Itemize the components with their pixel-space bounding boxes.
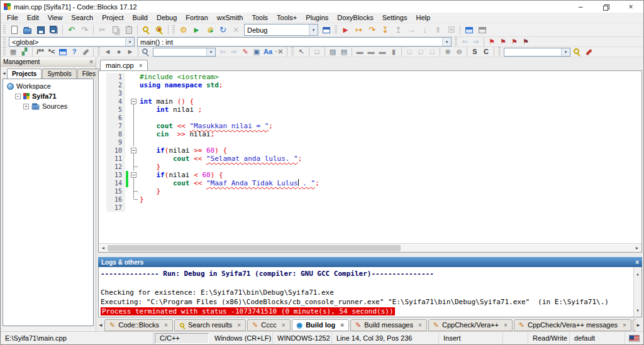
wx-panel-icon[interactable]: ▬	[377, 48, 387, 57]
fold-margin[interactable]	[130, 114, 138, 122]
incremental-search-icon[interactable]	[141, 48, 151, 57]
clear-bookmarks-icon[interactable]: ⚑	[521, 38, 531, 47]
toggle-bookmark-icon[interactable]: ⚑	[487, 38, 497, 47]
doxy-settings-icon[interactable]	[80, 48, 91, 57]
log-tabs-scroll-right-icon[interactable]: ►	[636, 322, 642, 328]
build-and-run-icon[interactable]	[204, 25, 216, 36]
fold-margin[interactable]: −	[130, 97, 138, 106]
breakpoint-margin[interactable]	[99, 89, 106, 97]
incsearch-prev-icon[interactable]: ⇦	[218, 48, 228, 57]
code-line[interactable]: 11 cout << "Selamat anda lulus. ";	[99, 155, 641, 163]
log-tab-cppcheck-vera[interactable]: ✎CppCheck/Vera++×	[428, 319, 513, 331]
code-line[interactable]: 15 }	[99, 187, 641, 195]
log-tab-build-messages[interactable]: ✎Build messages×	[350, 319, 427, 331]
abort-build-icon[interactable]: ✕	[230, 25, 242, 36]
code-line[interactable]: 3	[99, 89, 641, 97]
code-line[interactable]: 13− if(nilai < 60) {	[99, 171, 641, 179]
fold-margin[interactable]	[130, 81, 138, 89]
fold-margin[interactable]	[130, 195, 138, 204]
breakpoint-margin[interactable]	[99, 122, 106, 130]
log-tab-close-icon[interactable]: ×	[164, 322, 168, 329]
editor-horizontal-scrollbar[interactable]: ◄ ►	[99, 243, 641, 252]
restore-button[interactable]	[593, 1, 618, 13]
wx-border-icon[interactable]: □	[427, 48, 437, 57]
wx-frame-icon[interactable]: □	[312, 48, 322, 57]
doxy-block-comment-icon[interactable]: /**	[35, 48, 45, 57]
new-file-icon[interactable]	[8, 25, 20, 36]
step-into-instruction-icon[interactable]: ↓	[419, 25, 431, 36]
chevron-down-icon[interactable]: ▾	[125, 38, 134, 46]
next-bookmark-icon[interactable]: ⚑	[509, 38, 519, 47]
run-icon[interactable]: ►	[191, 25, 203, 36]
scroll-left-icon[interactable]: ◄	[99, 246, 108, 250]
menu-plugins[interactable]: Plugins	[301, 13, 333, 22]
management-close-icon[interactable]: ×	[89, 58, 93, 65]
log-tab-code-blocks[interactable]: ✎Code::Blocks×	[104, 319, 173, 331]
code-line[interactable]: 16}	[99, 195, 641, 204]
fold-margin[interactable]	[130, 179, 138, 187]
breakpoint-margin[interactable]	[99, 97, 106, 106]
wx-sizer-vertical-icon[interactable]: ▬	[366, 48, 376, 57]
log-tab-close-icon[interactable]: ×	[340, 322, 344, 329]
jump-back-icon[interactable]: ⇦	[460, 38, 470, 47]
copy-icon[interactable]	[109, 25, 121, 36]
breakpoint-margin[interactable]	[99, 138, 106, 146]
debug-continue-icon[interactable]: ►	[340, 25, 352, 36]
incsearch-clear-icon[interactable]: ·✕	[274, 48, 284, 57]
run-to-cursor-icon[interactable]: ↦	[353, 25, 365, 36]
breakpoint-margin[interactable]	[99, 187, 106, 195]
code-line[interactable]: 4−int main () {	[99, 97, 641, 106]
thread-search-options-icon[interactable]	[584, 48, 594, 57]
browse-next-icon[interactable]: ►	[125, 48, 135, 57]
thread-search-icon[interactable]	[572, 48, 582, 57]
jump-forward-icon[interactable]: ⇨	[471, 38, 481, 47]
editor-tab-main-cpp[interactable]: main.cpp ×	[100, 60, 148, 70]
log-tab-close-icon[interactable]: ×	[237, 322, 241, 329]
log-tabs-scroll-left-icon[interactable]: ◄	[98, 322, 104, 328]
scroll-up-icon[interactable]: ▲	[636, 269, 639, 278]
menu-tools[interactable]: Tools+	[272, 13, 301, 22]
doxy-line-comment-icon[interactable]: *<	[47, 48, 57, 57]
wx-show-sizers-icon[interactable]: S	[470, 48, 480, 57]
management-tab-projects[interactable]: Projects	[7, 68, 42, 79]
menu-debug[interactable]: Debug	[152, 13, 181, 22]
breakpoint-margin[interactable]	[99, 195, 106, 204]
breakpoint-margin[interactable]	[99, 204, 106, 212]
fold-margin[interactable]	[130, 122, 138, 130]
toolbar-grip[interactable]	[335, 25, 337, 35]
fold-collapse-icon[interactable]: −	[131, 172, 136, 178]
log-tab-cccc[interactable]: ✎Cccc×	[247, 319, 291, 331]
editor-tab-close-icon[interactable]: ×	[139, 62, 143, 69]
break-debugger-icon[interactable]: ‖	[432, 25, 444, 36]
incremental-search-combo[interactable]: ▾	[153, 48, 216, 57]
zoom-out-icon[interactable]: ⊖	[454, 48, 464, 57]
abbreviations-icon[interactable]: ▦	[8, 48, 18, 57]
build-target-combo[interactable]: Debug▾	[244, 24, 318, 36]
log-tab-close-icon[interactable]: ×	[282, 322, 286, 329]
code-line[interactable]: 12 }	[99, 163, 641, 171]
code-line[interactable]: 9	[99, 138, 641, 146]
toolbar-grip[interactable]	[455, 37, 457, 47]
toolbar-grip[interactable]	[97, 47, 100, 57]
fold-margin[interactable]	[130, 155, 138, 163]
log-tab-build-log[interactable]: ◉Build log×	[292, 319, 350, 331]
toolbar-grip[interactable]	[3, 25, 6, 35]
find-icon[interactable]	[140, 25, 152, 36]
toolbar-grip[interactable]	[3, 47, 6, 57]
scope-combo[interactable]: <global>▾	[9, 37, 135, 47]
tree-item-sources[interactable]: +Sources	[4, 101, 93, 111]
menu-settings[interactable]: Settings	[378, 13, 412, 22]
wx-sizer-horizontal-icon[interactable]: ▬	[355, 48, 365, 57]
fold-margin[interactable]	[130, 73, 138, 81]
log-tab-cppcheck-vera-messages[interactable]: ✎CppCheck/Vera++ messages×	[514, 319, 631, 331]
cut-icon[interactable]: ✂	[96, 25, 108, 36]
compiler-targets-icon[interactable]	[320, 25, 332, 36]
expand-icon[interactable]: +	[23, 104, 29, 109]
wx-expand-icon[interactable]: □	[404, 48, 414, 57]
fold-margin[interactable]	[130, 138, 138, 146]
debugging-windows-icon[interactable]	[463, 25, 475, 36]
menu-edit[interactable]: Edit	[23, 13, 43, 22]
chevron-down-icon[interactable]: ▾	[309, 25, 318, 35]
undo-icon[interactable]: ↶	[65, 25, 77, 36]
doxy-help-icon[interactable]: ?	[69, 48, 79, 57]
